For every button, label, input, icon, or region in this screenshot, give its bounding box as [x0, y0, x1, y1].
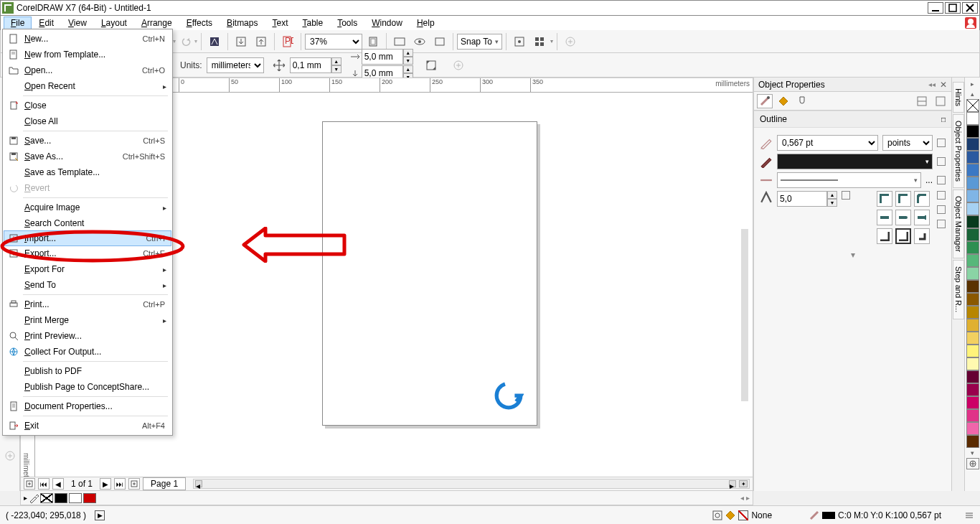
vtab-step-and-r-[interactable]: Step and R... [953, 260, 964, 319]
dup-x-field[interactable] [362, 49, 403, 65]
color-swatch[interactable] [966, 332, 979, 345]
file-menu-export-for[interactable]: Export For▸ [4, 261, 171, 277]
color-swatch[interactable] [966, 409, 979, 422]
cap-round[interactable] [895, 210, 911, 225]
file-menu-acquire-image[interactable]: Acquire Image▸ [4, 200, 171, 215]
color-swatch[interactable] [966, 383, 979, 396]
color-swatch[interactable] [966, 241, 979, 254]
file-menu-save-as[interactable]: Save As...Ctrl+Shift+S [4, 149, 171, 164]
treat-as-filled-icon[interactable] [422, 56, 440, 75]
last-page-icon[interactable]: ⏭ [114, 478, 126, 490]
outline-units-combo[interactable]: points [882, 135, 933, 151]
menu-layout[interactable]: Layout [94, 17, 134, 29]
color-swatch[interactable] [966, 125, 979, 138]
color-swatch[interactable] [966, 228, 979, 241]
file-menu-send-to[interactable]: Send To▸ [4, 277, 171, 293]
vtab-object-manager[interactable]: Object Manager [953, 190, 964, 258]
color-swatch[interactable] [966, 396, 979, 409]
play-icon[interactable]: ▶ [95, 510, 105, 520]
doc-color-swatch[interactable] [55, 493, 67, 503]
outline-tab-icon[interactable] [757, 94, 773, 108]
docker-collapse-icon[interactable]: ◂◂ [928, 80, 936, 88]
file-menu-save-as-template[interactable]: Save as Template... [4, 164, 171, 180]
corner-lock-checkbox[interactable] [937, 191, 946, 200]
units-combo[interactable]: millimeters [207, 57, 264, 73]
color-swatch[interactable] [966, 293, 979, 306]
status-menu-icon[interactable] [964, 510, 974, 520]
customize-add-icon[interactable] [561, 32, 580, 51]
file-menu-new-from-template[interactable]: New from Template... [4, 47, 171, 62]
menu-text[interactable]: Text [265, 17, 295, 29]
color-swatch[interactable] [966, 306, 979, 319]
docker-close-icon[interactable]: ✕ [940, 80, 947, 90]
nudge-field[interactable] [290, 57, 331, 73]
export-icon[interactable] [252, 32, 270, 51]
no-color-swatch[interactable] [966, 99, 979, 112]
tab-mode-icon[interactable] [933, 94, 948, 108]
page-tab[interactable]: Page 1 [143, 477, 186, 490]
file-menu-exit[interactable]: ExitAlt+F4 [4, 418, 171, 434]
corner-miter[interactable] [877, 191, 892, 207]
file-menu-new[interactable]: New...Ctrl+N [4, 31, 171, 47]
file-menu-export[interactable]: Export...Ctrl+E [4, 245, 171, 261]
menu-view[interactable]: View [61, 17, 94, 29]
menu-table[interactable]: Table [295, 17, 330, 29]
color-lock-checkbox[interactable] [937, 157, 946, 166]
first-page-icon[interactable]: ⏮ [38, 478, 50, 490]
outline-style-combo[interactable]: ▾ [777, 172, 921, 188]
color-swatch[interactable] [966, 138, 979, 151]
vtab-object-properties[interactable]: Object Properties [953, 114, 964, 188]
menu-help[interactable]: Help [410, 17, 442, 29]
palette-expand-icon[interactable]: ▸ [966, 79, 979, 89]
width-lock-checkbox[interactable] [937, 139, 946, 147]
prev-page-icon[interactable]: ◀ [52, 478, 64, 490]
color-swatch[interactable] [966, 190, 979, 202]
file-menu-publish-to-pdf[interactable]: Publish to PDF [4, 363, 171, 379]
close-button[interactable] [962, 2, 978, 14]
outline-color-picker[interactable]: ▾ [777, 154, 933, 169]
file-menu-print-preview[interactable]: Print Preview... [4, 328, 171, 344]
minimize-button[interactable] [928, 2, 943, 14]
color-swatch[interactable] [966, 357, 979, 370]
miter-lock-checkbox[interactable] [842, 191, 850, 200]
app-launcher-icon[interactable] [530, 32, 549, 51]
menu-window[interactable]: Window [364, 17, 410, 29]
file-menu-document-properties[interactable]: Document Properties... [4, 398, 171, 414]
file-menu-save[interactable]: Save...Ctrl+S [4, 133, 171, 149]
pos-center[interactable] [895, 228, 911, 244]
vtab-hints[interactable]: Hints [953, 82, 964, 113]
redo-icon[interactable] [177, 32, 196, 51]
style-lock-checkbox[interactable] [937, 176, 946, 184]
add-page-icon[interactable] [24, 478, 35, 490]
horizontal-scrollbar[interactable]: ◂▸✦ [193, 479, 750, 489]
color-swatch[interactable] [966, 112, 979, 125]
color-swatch[interactable] [966, 164, 979, 177]
color-swatch[interactable] [966, 435, 979, 448]
menu-arrange[interactable]: Arrange [134, 17, 179, 29]
file-menu-publish-page-to-conceptshare[interactable]: Publish Page to ConceptShare... [4, 379, 171, 395]
cap-lock-checkbox[interactable] [937, 205, 946, 214]
palette-more-icon[interactable] [966, 458, 979, 469]
file-menu-print[interactable]: Print...Ctrl+P [4, 296, 171, 312]
corel-options-icon[interactable] [430, 32, 449, 51]
color-swatch[interactable] [966, 345, 979, 357]
fullscreen-icon[interactable] [390, 32, 409, 51]
doc-palette-expand-icon[interactable]: ◂ ▸ [740, 494, 750, 502]
palette-up-icon[interactable]: ▴ [966, 89, 979, 99]
eyedropper-icon[interactable] [29, 493, 39, 503]
page-canvas[interactable] [322, 121, 537, 426]
doc-color-swatch[interactable] [69, 493, 82, 503]
maximize-button[interactable] [945, 2, 961, 14]
menu-file[interactable]: File [4, 17, 32, 29]
menu-tools[interactable]: Tools [330, 17, 364, 29]
file-menu-close-all[interactable]: Close All [4, 113, 171, 129]
cap-square[interactable] [877, 210, 892, 225]
color-swatch[interactable] [966, 151, 979, 164]
options-icon[interactable] [510, 32, 529, 51]
customize-add-icon2[interactable] [449, 56, 468, 75]
search-content-icon[interactable] [205, 32, 224, 51]
publish-pdf-icon[interactable]: PDF [278, 32, 297, 51]
pos-inside[interactable] [914, 228, 930, 244]
fill-tab-icon[interactable] [776, 94, 791, 108]
file-menu-open-recent[interactable]: Open Recent▸ [4, 78, 171, 94]
